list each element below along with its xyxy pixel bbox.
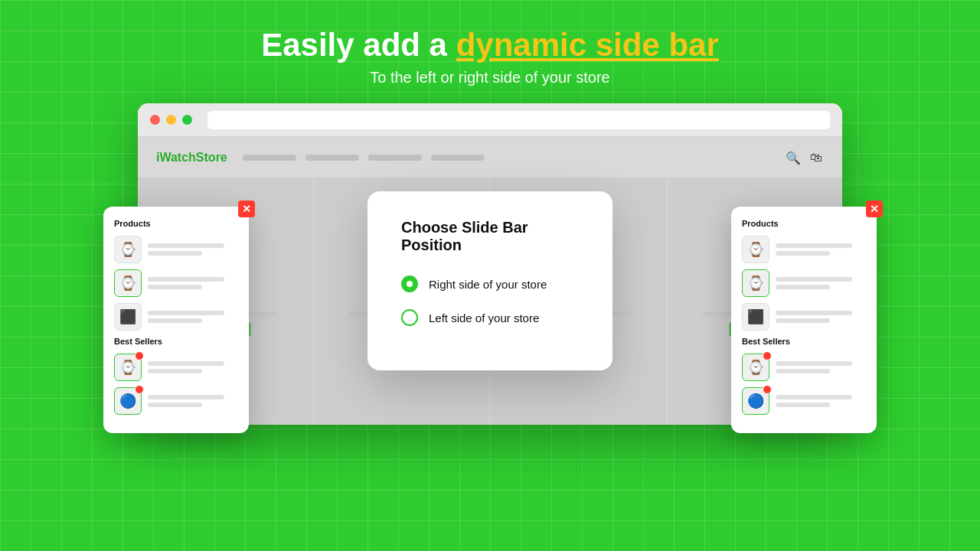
radio-left[interactable] (401, 309, 418, 326)
right-sidebar-panel: ✕ Products ⌚ ⌚ ⬛ Best Sellers (731, 207, 877, 433)
left-bline-2b (148, 403, 202, 407)
left-line-3a (148, 311, 224, 315)
left-bline-1a (148, 361, 224, 366)
dot-green[interactable] (182, 115, 192, 125)
left-line-2a (148, 277, 224, 282)
right-bline-1a (776, 361, 852, 366)
left-line-1b (148, 251, 202, 256)
left-bestseller-thumb-2: 🔵 (114, 387, 142, 415)
right-product-lines-1 (776, 243, 866, 256)
left-bline-2a (148, 395, 224, 399)
left-product-thumb-1: ⌚ (114, 236, 142, 263)
left-bestseller-lines-2 (148, 395, 238, 407)
radio-left-label: Left side of your store (429, 311, 539, 324)
right-bestseller-lines-2 (776, 395, 866, 407)
radio-right-label: Right side of your store (429, 278, 547, 291)
right-product-2: ⌚ (742, 269, 866, 297)
right-close-button[interactable]: ✕ (866, 201, 883, 217)
left-line-1a (148, 243, 224, 248)
browser-chrome (138, 103, 842, 137)
right-bline-2a (776, 395, 852, 399)
right-bestseller-thumb-2: 🔵 (742, 387, 769, 415)
right-product-lines-2 (776, 277, 866, 289)
right-bestsellers-title: Best Sellers (742, 337, 866, 346)
url-bar (207, 111, 830, 129)
page-container: Easily add a dynamic side bar To the lef… (0, 0, 980, 551)
left-bestseller-2: 🔵 (114, 387, 238, 415)
right-bline-1b (776, 369, 830, 373)
right-product-lines-3 (776, 311, 866, 323)
left-sidebar-panel: ✕ Products ⌚ ⌚ ⬛ Best Sellers (103, 207, 249, 433)
right-product-thumb-2: ⌚ (742, 269, 769, 297)
left-line-2b (148, 285, 202, 289)
right-line-2a (776, 277, 852, 282)
left-bline-1b (148, 369, 202, 373)
main-title: Easily add a dynamic side bar (261, 28, 719, 63)
left-product-lines-1 (148, 243, 238, 256)
right-bestseller-lines-1 (776, 361, 866, 373)
right-bestseller-2: 🔵 (742, 387, 866, 415)
modal-title: Choose Slide Bar Position (401, 219, 579, 254)
right-line-3b (776, 318, 830, 323)
right-badge-1 (763, 351, 772, 360)
left-bestseller-1: ⌚ (114, 354, 238, 381)
left-product-lines-2 (148, 277, 238, 289)
right-line-3a (776, 311, 852, 315)
radio-option-right[interactable]: Right side of your store (401, 276, 579, 292)
left-bestsellers-title: Best Sellers (114, 337, 238, 346)
title-highlight: dynamic side bar (456, 27, 719, 63)
left-product-lines-3 (148, 311, 238, 323)
right-line-1b (776, 251, 830, 256)
right-bestseller-thumb-1: ⌚ (742, 354, 769, 381)
left-product-1: ⌚ (114, 236, 238, 263)
left-badge-1 (135, 351, 144, 360)
right-line-2b (776, 285, 830, 289)
dot-red[interactable] (150, 115, 160, 125)
right-product-thumb-3: ⬛ (742, 303, 769, 331)
subtitle: To the left or right side of your store (261, 69, 719, 86)
radio-right[interactable] (401, 276, 418, 292)
left-product-thumb-3: ⬛ (114, 303, 142, 331)
left-close-button[interactable]: ✕ (238, 201, 255, 217)
right-product-1: ⌚ (742, 236, 866, 263)
left-products-title: Products (114, 219, 238, 228)
right-bestseller-1: ⌚ (742, 354, 866, 381)
modal: Choose Slide Bar Position Right side of … (368, 191, 612, 370)
right-badge-2 (763, 385, 772, 394)
right-product-3: ⬛ (742, 303, 866, 331)
dot-yellow[interactable] (166, 115, 176, 125)
left-badge-2 (135, 385, 144, 394)
right-product-thumb-1: ⌚ (742, 236, 769, 263)
header-section: Easily add a dynamic side bar To the lef… (261, 0, 719, 86)
right-products-title: Products (742, 219, 866, 228)
left-product-3: ⬛ (114, 303, 238, 331)
left-line-3b (148, 318, 202, 323)
left-product-thumb-2: ⌚ (114, 269, 142, 297)
radio-option-left[interactable]: Left side of your store (401, 309, 579, 326)
left-product-2: ⌚ (114, 269, 238, 297)
right-bline-2b (776, 403, 830, 407)
right-line-1a (776, 243, 852, 248)
left-bestseller-lines-1 (148, 361, 238, 373)
left-bestseller-thumb-1: ⌚ (114, 354, 142, 381)
